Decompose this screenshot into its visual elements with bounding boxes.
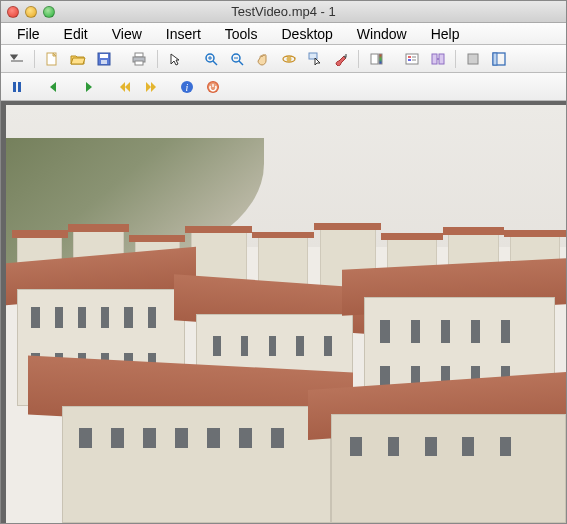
figure-canvas[interactable] <box>1 101 566 523</box>
svg-rect-24 <box>432 54 437 64</box>
menu-edit[interactable]: Edit <box>52 24 100 44</box>
window-controls <box>7 6 55 18</box>
svg-rect-3 <box>101 60 107 64</box>
separator <box>34 50 35 68</box>
svg-rect-26 <box>468 54 478 64</box>
open-file-button[interactable] <box>66 48 90 70</box>
print-button[interactable] <box>128 48 152 70</box>
svg-rect-19 <box>406 54 418 64</box>
svg-rect-25 <box>439 54 444 64</box>
window-title: TestVideo.mp4 - 1 <box>1 4 566 19</box>
show-plot-tools-button[interactable] <box>487 48 511 70</box>
menu-tools[interactable]: Tools <box>213 24 270 44</box>
menubar: File Edit View Insert Tools Desktop Wind… <box>1 23 566 45</box>
menu-insert[interactable]: Insert <box>154 24 213 44</box>
svg-rect-6 <box>135 61 143 65</box>
separator <box>358 50 359 68</box>
new-file-button[interactable] <box>40 48 64 70</box>
svg-rect-17 <box>371 54 378 64</box>
menu-file[interactable]: File <box>5 24 52 44</box>
building <box>331 414 566 523</box>
menu-window[interactable]: Window <box>345 24 419 44</box>
building <box>62 406 331 523</box>
rewind-button[interactable] <box>113 76 137 98</box>
zoom-window-icon[interactable] <box>43 6 55 18</box>
stop-button[interactable] <box>201 76 225 98</box>
pan-button[interactable] <box>251 48 275 70</box>
minimize-icon[interactable] <box>25 6 37 18</box>
svg-rect-2 <box>100 54 108 58</box>
menu-desktop[interactable]: Desktop <box>269 24 344 44</box>
insert-legend-button[interactable] <box>400 48 424 70</box>
zoom-out-button[interactable] <box>225 48 249 70</box>
step-back-button[interactable] <box>41 76 65 98</box>
data-cursor-button[interactable] <box>303 48 327 70</box>
svg-line-8 <box>213 61 217 65</box>
zoom-in-button[interactable] <box>199 48 223 70</box>
dock-button[interactable] <box>5 48 29 70</box>
svg-line-12 <box>239 61 243 65</box>
svg-rect-4 <box>135 53 143 57</box>
hide-plot-tools-button[interactable] <box>461 48 485 70</box>
svg-rect-29 <box>13 82 16 92</box>
close-icon[interactable] <box>7 6 19 18</box>
video-frame <box>6 105 566 523</box>
figure-toolbar <box>1 45 566 73</box>
svg-rect-28 <box>493 53 497 65</box>
svg-rect-30 <box>18 82 21 92</box>
playback-toolbar: i <box>1 73 566 101</box>
play-button[interactable] <box>77 76 101 98</box>
brush-button[interactable] <box>329 48 353 70</box>
rotate-3d-button[interactable] <box>277 48 301 70</box>
svg-rect-18 <box>379 54 382 64</box>
svg-text:i: i <box>186 82 189 93</box>
insert-colorbar-button[interactable] <box>364 48 388 70</box>
fast-forward-button[interactable] <box>139 76 163 98</box>
titlebar: TestVideo.mp4 - 1 <box>1 1 566 23</box>
menu-view[interactable]: View <box>100 24 154 44</box>
separator <box>157 50 158 68</box>
save-button[interactable] <box>92 48 116 70</box>
cursor-button[interactable] <box>163 48 187 70</box>
separator <box>455 50 456 68</box>
app-window: TestVideo.mp4 - 1 File Edit View Insert … <box>0 0 567 524</box>
menu-help[interactable]: Help <box>419 24 472 44</box>
link-plots-button[interactable] <box>426 48 450 70</box>
svg-point-15 <box>287 56 292 61</box>
info-button[interactable]: i <box>175 76 199 98</box>
pause-button[interactable] <box>5 76 29 98</box>
